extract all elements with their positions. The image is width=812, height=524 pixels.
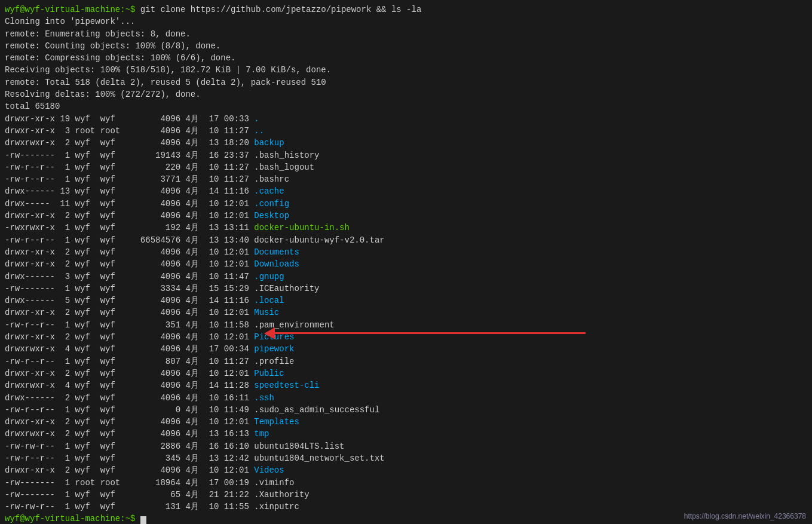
- terminal-line: drwxrwxr-x 2 wyf wyf 4096 4月 13 18:20 ba…: [5, 137, 807, 149]
- terminal-line: drwxr-xr-x 2 wyf wyf 4096 4月 10 12:01 De…: [5, 210, 807, 222]
- terminal-line: -rw------- 1 root root 18964 4月 17 00:19…: [5, 477, 807, 489]
- watermark: https://blog.csdn.net/weixin_42366378: [684, 512, 806, 520]
- terminal: wyf@wyf-virtual-machine:~$ git clone htt…: [0, 0, 812, 524]
- terminal-line: drwxr-xr-x 2 wyf wyf 4096 4月 10 12:01 Pi…: [5, 331, 807, 343]
- terminal-line: -rw-r--r-- 1 wyf wyf 3771 4月 10 11:27 .b…: [5, 173, 807, 185]
- terminal-line: -rw------- 1 wyf wyf 3334 4月 15 15:29 .I…: [5, 283, 807, 295]
- command: git clone https://github.com/jpetazzo/pi…: [135, 5, 421, 14]
- terminal-line: drwxr-xr-x 3 root root 4096 4月 10 11:27 …: [5, 125, 807, 137]
- terminal-line: drwx------ 2 wyf wyf 4096 4月 10 16:11 .s…: [5, 392, 807, 404]
- terminal-line: remote: Total 518 (delta 2), reused 5 (d…: [5, 76, 807, 88]
- terminal-line: drwxr-xr-x 2 wyf wyf 4096 4月 10 12:01 Mu…: [5, 307, 807, 318]
- terminal-line: drwxr-xr-x 2 wyf wyf 4096 4月 10 12:01 Te…: [5, 416, 807, 428]
- terminal-line: Cloning into 'pipework'...: [5, 16, 807, 27]
- terminal-line: drwxr-xr-x 2 wyf wyf 4096 4月 10 12:01 Do…: [5, 258, 807, 270]
- cursor: [140, 516, 146, 524]
- terminal-line: drwxrwxr-x 4 wyf wyf 4096 4月 17 00:34 pi…: [5, 343, 807, 355]
- terminal-line: -rw-r--r-- 1 wyf wyf 66584576 4月 13 13:4…: [5, 234, 807, 246]
- terminal-line: drwx------ 13 wyf wyf 4096 4月 14 11:16 .…: [5, 185, 807, 197]
- terminal-line: -rw-r--r-- 1 wyf wyf 345 4月 13 12:42 ubu…: [5, 452, 807, 464]
- terminal-line: -rw-rw-r-- 1 wyf wyf 131 4月 10 11:55 .xi…: [5, 501, 807, 513]
- terminal-line: drwxrwxr-x 4 wyf wyf 4096 4月 14 11:28 sp…: [5, 379, 807, 391]
- terminal-line: drwxr-xr-x 2 wyf wyf 4096 4月 10 12:01 Do…: [5, 246, 807, 258]
- terminal-line: Receiving objects: 100% (518/518), 182.7…: [5, 64, 807, 76]
- terminal-line: wyf@wyf-virtual-machine:~$ git clone htt…: [5, 4, 807, 16]
- terminal-line: drwx----- 11 wyf wyf 4096 4月 10 12:01 .c…: [5, 198, 807, 210]
- terminal-line: drwx------ 5 wyf wyf 4096 4月 14 11:16 .l…: [5, 295, 807, 307]
- terminal-line: drwxr-xr-x 2 wyf wyf 4096 4月 10 12:01 Pu…: [5, 367, 807, 379]
- terminal-line: -rw-r--r-- 1 wyf wyf 351 4月 10 11:58 .pa…: [5, 319, 807, 331]
- terminal-line: -rw------- 1 wyf wyf 19143 4月 16 23:37 .…: [5, 149, 807, 161]
- terminal-line: -rwxrwxr-x 1 wyf wyf 192 4月 13 13:11 doc…: [5, 222, 807, 234]
- terminal-line: Resolving deltas: 100% (272/272), done.: [5, 88, 807, 100]
- terminal-line: -rw-r--r-- 1 wyf wyf 807 4月 10 11:27 .pr…: [5, 356, 807, 367]
- prompt: wyf@wyf-virtual-machine:~$: [5, 5, 135, 14]
- terminal-line: -rw-rw-r-- 1 wyf wyf 2886 4月 16 16:10 ub…: [5, 440, 807, 452]
- terminal-line: -rw-r--r-- 1 wyf wyf 220 4月 10 11:27 .ba…: [5, 161, 807, 173]
- terminal-line: drwxr-xr-x 2 wyf wyf 4096 4月 10 12:01 Vi…: [5, 464, 807, 476]
- terminal-line: -rw-r--r-- 1 wyf wyf 0 4月 10 11:49 .sudo…: [5, 404, 807, 416]
- terminal-line: remote: Counting objects: 100% (8/8), do…: [5, 40, 807, 52]
- terminal-line: drwx------ 3 wyf wyf 4096 4月 10 11:47 .g…: [5, 271, 807, 283]
- terminal-line: drwxr-xr-x 19 wyf wyf 4096 4月 17 00:33 .: [5, 113, 807, 125]
- terminal-line: -rw------- 1 wyf wyf 65 4月 21 21:22 .Xau…: [5, 489, 807, 501]
- terminal-line: drwxrwxr-x 2 wyf wyf 4096 4月 13 16:13 tm…: [5, 428, 807, 440]
- prompt-space: [135, 514, 140, 523]
- terminal-line: total 65180: [5, 100, 807, 112]
- prompt: wyf@wyf-virtual-machine:~$: [5, 514, 135, 523]
- terminal-line: remote: Compressing objects: 100% (6/6),…: [5, 52, 807, 64]
- terminal-line: remote: Enumerating objects: 8, done.: [5, 28, 807, 40]
